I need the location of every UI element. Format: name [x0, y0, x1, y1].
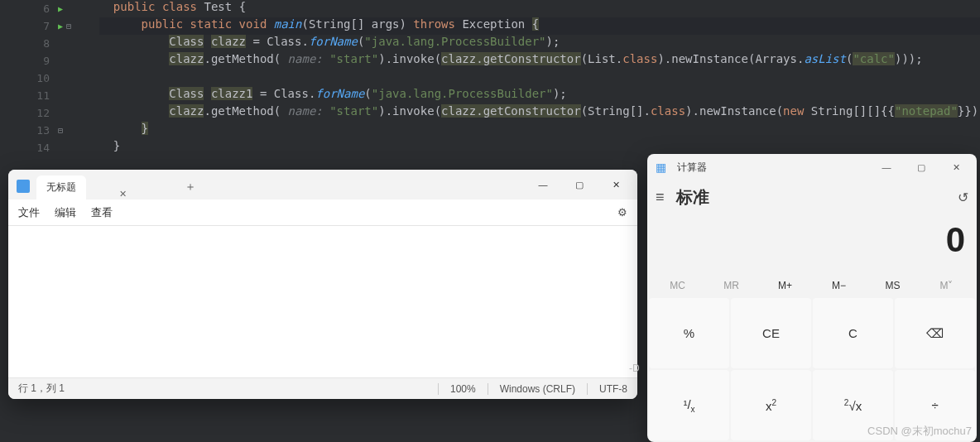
- tab-close-button[interactable]: ✕: [86, 189, 176, 199]
- mem-minus-button[interactable]: M−: [812, 275, 866, 296]
- line-number: 9: [0, 55, 58, 67]
- cursor-position: 行 1，列 1: [18, 382, 426, 396]
- code-line: Class clazz = Class.forName("java.lang.P…: [99, 35, 980, 52]
- percent-button[interactable]: %: [649, 298, 729, 368]
- code-line: public static void main(String[] args) t…: [99, 17, 980, 35]
- mem-plus-button[interactable]: M+: [758, 275, 812, 296]
- line-number: 8: [0, 37, 58, 50]
- code-editor[interactable]: 6▶ 7▶⊟ 8 9 10 11 12 13⊟ 14 public class …: [0, 0, 980, 166]
- editor-gutter: 6▶ 7▶⊟ 8 9 10 11 12 13⊟ 14: [0, 0, 99, 156]
- minimize-button[interactable]: —: [525, 173, 561, 196]
- notepad-window: 无标题 ✕ ＋ — ▢ ✕ 文件 编辑 查看 ⚙ 行 1，列 1 100% Wi…: [8, 170, 637, 399]
- calculator-app-icon: ▦: [656, 161, 669, 174]
- calculator-keypad: % CE C ⌫ ¹/x x2 2√x ÷: [647, 296, 977, 442]
- code-line: clazz.getMethod( name: "start").invoke(c…: [99, 104, 980, 122]
- calculator-titlebar[interactable]: ▦ 计算器 — ▢ ✕: [647, 154, 977, 180]
- fold-icon[interactable]: ⊟: [58, 126, 63, 135]
- line-number: 13: [0, 124, 58, 137]
- encoding[interactable]: UTF-8: [599, 383, 627, 395]
- mem-recall-button[interactable]: MR: [704, 275, 758, 296]
- hamburger-icon[interactable]: ≡: [656, 189, 665, 206]
- line-number: 6: [0, 2, 58, 15]
- menu-edit[interactable]: 编辑: [55, 205, 76, 220]
- mem-list-button[interactable]: M˅: [920, 275, 973, 296]
- fold-icon[interactable]: ⊟: [66, 22, 71, 31]
- run-icon[interactable]: ▶: [58, 22, 63, 31]
- line-number: 12: [0, 107, 58, 119]
- close-button[interactable]: ✕: [598, 173, 634, 196]
- menu-view[interactable]: 查看: [91, 205, 113, 220]
- mem-store-button[interactable]: MS: [866, 275, 920, 296]
- maximize-button[interactable]: ▢: [561, 173, 598, 196]
- corner-badge: -D: [629, 363, 640, 374]
- notepad-app-icon: [17, 180, 30, 193]
- calculator-mode: 标准: [676, 186, 709, 209]
- close-button[interactable]: ✕: [939, 156, 973, 179]
- notepad-content[interactable]: [8, 226, 637, 377]
- notepad-menubar: 文件 编辑 查看 ⚙: [8, 199, 637, 226]
- line-number: 11: [0, 89, 58, 102]
- inverse-button[interactable]: ¹/x: [649, 370, 729, 440]
- code-line: public class Test {: [99, 0, 980, 17]
- maximize-button[interactable]: ▢: [904, 156, 939, 179]
- code-line: }: [99, 122, 980, 139]
- calculator-mode-bar: ≡ 标准 ↺: [647, 180, 977, 214]
- backspace-button[interactable]: ⌫: [895, 298, 975, 368]
- code-line: [99, 70, 980, 87]
- watermark: CSDN @末初mochu7: [867, 424, 972, 439]
- code-line: clazz.getMethod( name: "start").invoke(c…: [99, 52, 980, 70]
- history-icon[interactable]: ↺: [958, 190, 968, 205]
- gear-icon[interactable]: ⚙: [617, 206, 627, 219]
- code-area[interactable]: public class Test { public static void m…: [99, 0, 980, 156]
- notepad-titlebar[interactable]: 无标题 ✕ ＋ — ▢ ✕: [8, 170, 637, 199]
- line-number: 10: [0, 72, 58, 84]
- run-icon[interactable]: ▶: [58, 4, 63, 13]
- square-button[interactable]: x2: [731, 370, 811, 440]
- calculator-memory-row: MC MR M+ M− MS M˅: [647, 275, 977, 296]
- code-line: Class clazz1 = Class.forName("java.lang.…: [99, 87, 980, 104]
- calculator-window: ▦ 计算器 — ▢ ✕ ≡ 标准 ↺ 0 MC MR M+ M− MS M˅ %…: [647, 154, 977, 442]
- clear-entry-button[interactable]: CE: [731, 298, 811, 368]
- notepad-statusbar: 行 1，列 1 100% Windows (CRLF) UTF-8: [8, 377, 637, 399]
- line-number: 14: [0, 142, 58, 154]
- zoom-level[interactable]: 100%: [450, 383, 476, 395]
- line-number: 7: [0, 20, 58, 32]
- line-ending[interactable]: Windows (CRLF): [500, 383, 575, 395]
- clear-button[interactable]: C: [813, 298, 893, 368]
- new-tab-button[interactable]: ＋: [176, 175, 204, 199]
- calculator-title: 计算器: [677, 161, 707, 175]
- calculator-display: 0: [647, 214, 977, 275]
- menu-file[interactable]: 文件: [18, 205, 40, 220]
- minimize-button[interactable]: —: [869, 156, 904, 179]
- mem-clear-button[interactable]: MC: [651, 275, 704, 296]
- notepad-tab-title: 无标题: [46, 180, 76, 195]
- notepad-tab[interactable]: 无标题: [36, 175, 86, 199]
